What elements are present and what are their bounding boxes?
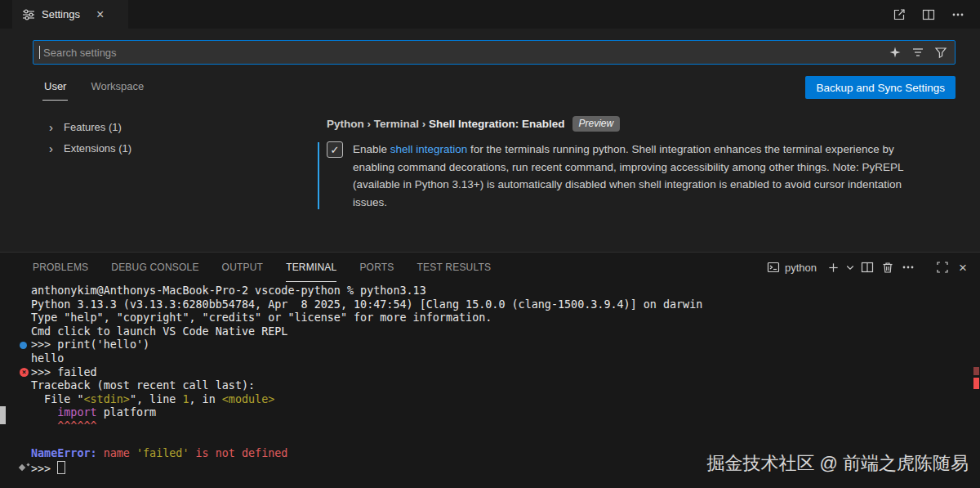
setting-category: Python › Terminal ›	[327, 118, 429, 130]
terminal-line: Cmd click to launch VS Code Native REPL	[20, 325, 980, 339]
panel-tab-output[interactable]: OUTPUT	[222, 253, 264, 282]
terminal-line-text: Type "help", "copyright", "credits" or "…	[31, 311, 492, 325]
scope-tab-workspace[interactable]: Workspace	[89, 75, 145, 100]
settings-search-box	[33, 40, 956, 65]
settings-scope-row: User Workspace Backup and Sync Settings	[42, 75, 956, 100]
terminal-toolbar: python	[762, 253, 972, 282]
settings-editor: User Workspace Backup and Sync Settings …	[0, 29, 980, 252]
panel-tab-debug-console[interactable]: DEBUG CONSOLE	[111, 253, 198, 282]
shell-integration-checkbox[interactable]: ✓	[327, 141, 343, 158]
terminal-command-decoration-success-icon[interactable]	[20, 338, 31, 352]
more-actions-icon[interactable]	[949, 6, 967, 24]
terminal-command-decoration-prompt-icon[interactable]	[20, 461, 31, 475]
panel-tab-ports[interactable]: PORTS	[359, 253, 394, 282]
panel-header: PROBLEMS DEBUG CONSOLE OUTPUT TERMINAL P…	[0, 253, 980, 282]
terminal-line-text: anthonykim@Anthonys-MacBook-Pro-2 vscode…	[31, 284, 426, 298]
editor-tab-bar: Settings ×	[0, 0, 980, 29]
backup-sync-settings-button[interactable]: Backup and Sync Settings	[805, 76, 956, 99]
terminal-line-text: ^^^^^^	[31, 420, 97, 434]
terminal-gutter	[20, 311, 31, 325]
terminal-line-text: Traceback (most recent call last):	[31, 379, 255, 393]
toc-item-extensions[interactable]: › Extensions (1)	[49, 137, 286, 159]
search-input[interactable]	[42, 46, 886, 60]
terminal-profile-dropdown-icon[interactable]	[844, 258, 856, 276]
terminal-gutter	[20, 379, 31, 393]
terminal-cursor	[57, 461, 65, 474]
terminal-gutter	[20, 352, 31, 366]
setting-details: Python › Terminal › Shell Integration: E…	[286, 116, 980, 211]
terminal-line: import platform	[20, 406, 980, 420]
watermark-text: 掘金技术社区 @ 前端之虎陈随易	[706, 451, 969, 476]
terminal-line	[20, 434, 980, 448]
description-text: Enable	[353, 143, 390, 155]
editor-toolbar	[890, 0, 980, 29]
terminal-command-decoration-error-icon[interactable]	[20, 366, 31, 380]
settings-sliders-icon	[22, 8, 35, 21]
shell-integration-link[interactable]: shell integration	[390, 143, 468, 155]
panel-tabs: PROBLEMS DEBUG CONSOLE OUTPUT TERMINAL P…	[33, 253, 491, 282]
terminal-gutter	[20, 284, 31, 298]
kill-terminal-trash-icon[interactable]	[879, 258, 897, 276]
clear-settings-search-icon[interactable]	[909, 43, 927, 61]
overview-ruler-error-mark	[973, 378, 979, 389]
setting-name: Shell Integration: Enabled	[429, 118, 565, 130]
panel-tab-problems[interactable]: PROBLEMS	[33, 253, 88, 282]
terminal-line-text: Cmd click to launch VS Code Native REPL	[31, 325, 287, 339]
terminal-line: File "<stdin>", line 1, in <module>	[20, 393, 980, 407]
terminal-line-text: import platform	[31, 406, 156, 420]
panel-tab-test-results[interactable]: TEST RESULTS	[417, 253, 492, 282]
terminal-line: Traceback (most recent call last):	[20, 379, 980, 393]
split-terminal-icon[interactable]	[858, 258, 876, 276]
terminal-profile-selector[interactable]: python	[762, 261, 822, 274]
text-caret	[39, 46, 40, 59]
toc-item-label: Extensions (1)	[64, 142, 131, 154]
terminal-gutter	[20, 434, 31, 448]
left-scrollbar-thumb[interactable]	[0, 406, 6, 424]
terminal-line: >>> failed	[20, 366, 980, 380]
chevron-right-icon: ›	[49, 120, 64, 134]
toc-item-features[interactable]: › Features (1)	[49, 116, 286, 137]
terminal-line: hello	[20, 352, 980, 366]
terminal-line: >>> print('hello')	[20, 338, 980, 352]
close-icon: ×	[959, 261, 967, 275]
filter-settings-icon[interactable]	[932, 43, 950, 61]
close-panel-icon[interactable]: ×	[954, 258, 972, 276]
terminal-line-text: File "<stdin>", line 1, in <module>	[31, 393, 274, 407]
terminal-gutter	[20, 447, 31, 461]
scope-tab-user[interactable]: User	[42, 75, 68, 101]
maximize-panel-icon[interactable]	[933, 258, 951, 276]
split-editor-icon[interactable]	[920, 6, 938, 24]
panel-tab-terminal[interactable]: TERMINAL	[286, 253, 336, 282]
modified-setting-indicator	[318, 142, 319, 209]
terminal-line-text: >>> failed	[31, 366, 97, 380]
terminal-line-text: NameError: name 'failed' is not defined	[31, 447, 287, 461]
terminal-gutter	[20, 298, 31, 312]
terminal-line-text: >>> print('hello')	[31, 338, 149, 352]
terminal-line-text: >>>	[31, 461, 65, 475]
setting-content: ✓ Enable shell integration for the termi…	[327, 141, 956, 211]
terminal-line: Python 3.13.3 (v3.13.3:6280bb54784, Apr …	[20, 298, 980, 312]
terminal-profile-label: python	[785, 262, 817, 274]
terminal-gutter	[20, 406, 31, 420]
tab-title: Settings	[42, 8, 80, 20]
preview-badge: Preview	[572, 116, 621, 132]
setting-description: Enable shell integration for the termina…	[353, 141, 916, 211]
search-actions	[886, 43, 950, 61]
editor-tab-settings[interactable]: Settings ×	[12, 0, 128, 29]
settings-toc: › Features (1) › Extensions (1)	[0, 116, 286, 211]
overview-ruler-error-mark	[973, 367, 979, 375]
terminal-line: anthonykim@Anthonys-MacBook-Pro-2 vscode…	[20, 284, 980, 298]
open-settings-json-icon[interactable]	[890, 6, 908, 24]
settings-body: › Features (1) › Extensions (1) Python ›…	[0, 116, 980, 211]
terminal-gutter	[20, 393, 31, 407]
ai-search-sparkle-icon[interactable]	[886, 43, 904, 61]
terminal-gutter	[20, 420, 31, 434]
terminal-line-text: Python 3.13.3 (v3.13.3:6280bb54784, Apr …	[31, 298, 702, 312]
new-terminal-icon[interactable]	[824, 258, 842, 276]
terminal-gutter	[20, 325, 31, 339]
toc-item-label: Features (1)	[64, 121, 122, 133]
terminal-more-actions-icon[interactable]	[899, 258, 917, 276]
terminal-line: ^^^^^^	[20, 420, 980, 434]
tab-close-icon[interactable]: ×	[93, 7, 107, 22]
setting-title: Python › Terminal › Shell Integration: E…	[327, 116, 956, 132]
